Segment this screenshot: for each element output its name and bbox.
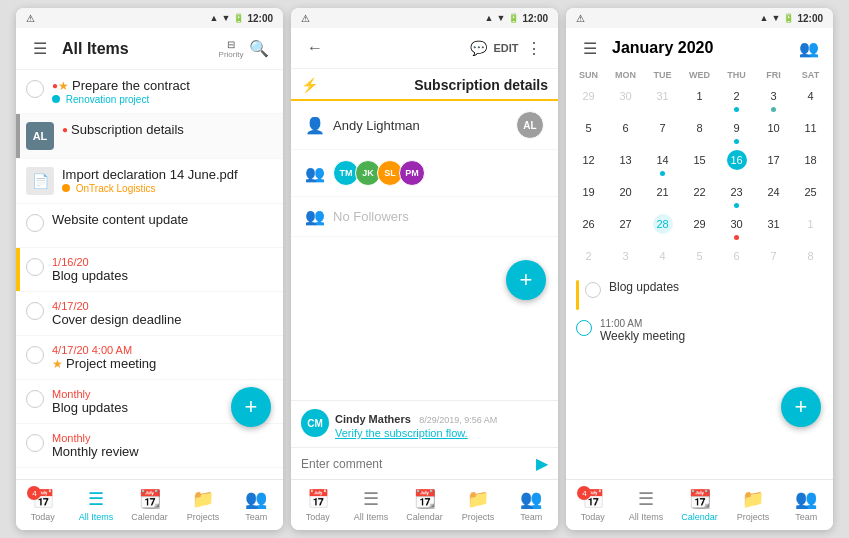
cal-day[interactable]: 27: [607, 212, 644, 242]
cal-day[interactable]: 5: [570, 116, 607, 146]
menu-icon[interactable]: ☰: [26, 35, 54, 63]
cal-day[interactable]: 18: [792, 148, 829, 178]
nav-projects-2[interactable]: 📁 Projects: [451, 484, 504, 526]
fab-button-3[interactable]: +: [781, 387, 821, 427]
cal-day[interactable]: 5: [681, 244, 718, 272]
list-item[interactable]: Website content update: [16, 204, 283, 248]
list-item[interactable]: 📄 Import declaration 14 June.pdf OnTrack…: [16, 159, 283, 204]
cal-day[interactable]: 24: [755, 180, 792, 210]
edit-button[interactable]: EDIT: [492, 34, 520, 62]
checkbox[interactable]: [26, 214, 44, 232]
list-item[interactable]: 1/16/20 Blog updates: [16, 248, 283, 292]
cal-day[interactable]: 22: [681, 180, 718, 210]
nav-projects-1[interactable]: 📁 Projects: [176, 484, 229, 526]
cal-day[interactable]: 29: [570, 84, 607, 114]
list-item[interactable]: ● ★ Prepare the contract Renovation proj…: [16, 70, 283, 114]
nav-calendar-2[interactable]: 📆 Calendar: [398, 484, 451, 526]
cal-day[interactable]: 29: [681, 212, 718, 242]
cal-day[interactable]: 7: [755, 244, 792, 272]
checkbox[interactable]: [26, 390, 44, 408]
checkbox[interactable]: [26, 302, 44, 320]
cal-day[interactable]: 10: [755, 116, 792, 146]
day-name: MON: [607, 68, 644, 82]
top-bar-1: ☰ All Items ⊟ Priority 🔍: [16, 28, 283, 70]
item-content: 4/17/20 Cover design deadline: [52, 300, 273, 327]
list-item[interactable]: Monthly Monthly review: [16, 424, 283, 468]
cal-week: 12 13 14 15 16 17 18: [570, 148, 829, 178]
day-name: TUE: [644, 68, 681, 82]
cal-day[interactable]: 3: [607, 244, 644, 272]
cal-day[interactable]: 1: [792, 212, 829, 242]
send-button[interactable]: ▶: [536, 454, 548, 473]
cal-day[interactable]: 2: [570, 244, 607, 272]
checkbox[interactable]: [26, 434, 44, 452]
cal-day[interactable]: 6: [607, 116, 644, 146]
nav-all-items-3[interactable]: ☰ All Items: [619, 484, 672, 526]
cal-day[interactable]: 30: [718, 212, 755, 242]
search-icon[interactable]: 🔍: [245, 35, 273, 63]
cal-day[interactable]: 4: [644, 244, 681, 272]
cal-day[interactable]: 30: [607, 84, 644, 114]
cal-day[interactable]: 8: [792, 244, 829, 272]
fab-button-2[interactable]: +: [506, 260, 546, 300]
nav-team-2[interactable]: 👥 Team: [505, 484, 558, 526]
cal-day[interactable]: 20: [607, 180, 644, 210]
menu-icon-3[interactable]: ☰: [576, 34, 604, 62]
commenter-avatar: CM: [301, 409, 329, 437]
list-item[interactable]: 4/17/20 4:00 AM ★ Project meeting: [16, 336, 283, 380]
cal-day[interactable]: 26: [570, 212, 607, 242]
list-item[interactable]: 4/17/20 Cover design deadline: [16, 292, 283, 336]
cal-day[interactable]: 4: [792, 84, 829, 114]
nav-today-1[interactable]: 4 📅 Today: [16, 484, 69, 526]
team-calendar-icon[interactable]: 👥: [795, 34, 823, 62]
checkbox[interactable]: [26, 80, 44, 98]
cal-day[interactable]: 13: [607, 148, 644, 178]
cal-day[interactable]: 8: [681, 116, 718, 146]
calendar-icon-2: 📆: [414, 488, 436, 510]
event-checkbox[interactable]: [576, 320, 592, 336]
nav-all-items-1[interactable]: ☰ All Items: [69, 484, 122, 526]
cal-day[interactable]: 15: [681, 148, 718, 178]
cal-day[interactable]: 25: [792, 180, 829, 210]
cal-day[interactable]: 2: [718, 84, 755, 114]
event-checkbox[interactable]: [585, 282, 601, 298]
cal-day[interactable]: 17: [755, 148, 792, 178]
nav-calendar-3[interactable]: 📆 Calendar: [673, 484, 726, 526]
item-content: Monthly Monthly review: [52, 432, 273, 459]
item-title: Monthly review: [52, 444, 273, 459]
cal-day[interactable]: 23: [718, 180, 755, 210]
filter-icon[interactable]: ⊟ Priority: [217, 35, 245, 63]
more-icon[interactable]: ⋮: [520, 34, 548, 62]
comment-input[interactable]: [301, 457, 536, 471]
cal-day[interactable]: 11: [792, 116, 829, 146]
nav-all-items-2[interactable]: ☰ All Items: [344, 484, 397, 526]
nav-today-2[interactable]: 📅 Today: [291, 484, 344, 526]
fab-button-1[interactable]: +: [231, 387, 271, 427]
list-item[interactable]: AL ● Subscription details: [16, 114, 283, 159]
cal-day[interactable]: 6: [718, 244, 755, 272]
cal-day[interactable]: 31: [755, 212, 792, 242]
item-title: Website content update: [52, 212, 273, 227]
nav-team-1[interactable]: 👥 Team: [230, 484, 283, 526]
followers-icon: 👥: [305, 164, 333, 183]
cal-day[interactable]: 3: [755, 84, 792, 114]
cal-day[interactable]: 21: [644, 180, 681, 210]
comment-icon[interactable]: 💬: [464, 34, 492, 62]
cal-day[interactable]: 12: [570, 148, 607, 178]
cal-day-selected[interactable]: 28: [644, 212, 681, 242]
cal-day[interactable]: 31: [644, 84, 681, 114]
back-icon[interactable]: ←: [301, 34, 329, 62]
cal-day[interactable]: 1: [681, 84, 718, 114]
nav-today-3[interactable]: 4 📅 Today: [566, 484, 619, 526]
cal-day[interactable]: 19: [570, 180, 607, 210]
checkbox[interactable]: [26, 346, 44, 364]
checkbox[interactable]: [26, 258, 44, 276]
nav-team-3[interactable]: 👥 Team: [780, 484, 833, 526]
nav-projects-3[interactable]: 📁 Projects: [726, 484, 779, 526]
nav-calendar-1[interactable]: 📆 Calendar: [123, 484, 176, 526]
cal-day[interactable]: 7: [644, 116, 681, 146]
avatar-4: PM: [399, 160, 425, 186]
cal-day-today[interactable]: 16: [718, 148, 755, 178]
cal-day[interactable]: 9: [718, 116, 755, 146]
cal-day[interactable]: 14: [644, 148, 681, 178]
